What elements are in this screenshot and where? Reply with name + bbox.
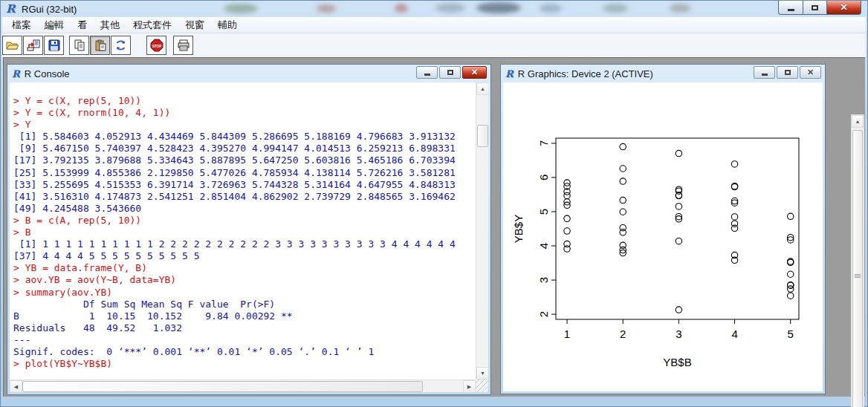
data-point <box>676 204 681 209</box>
svg-text:STOP: STOP <box>152 45 161 48</box>
console-output[interactable]: > Y = c(X, rep(5, 10))> Y = c(X, rnorm(1… <box>10 82 476 380</box>
glass-artifact <box>540 4 562 13</box>
y-tick-label: 3 <box>537 277 550 283</box>
glass-artifact <box>603 4 628 13</box>
mdi-workspace: R R Console ✕ > Y = c(X, rep(5, 10))> Y … <box>3 57 865 397</box>
data-point <box>676 238 681 244</box>
glass-artifact <box>395 4 408 13</box>
data-point <box>564 215 570 221</box>
paste-button[interactable] <box>90 36 110 55</box>
menu-help[interactable]: 輔助 <box>211 17 244 33</box>
menu-view[interactable]: 看 <box>71 17 94 33</box>
maximize-button[interactable] <box>803 1 826 15</box>
data-point <box>620 178 626 184</box>
console-caption-buttons: ✕ <box>416 66 487 79</box>
scrollbar-thumb[interactable] <box>852 130 863 407</box>
graphics-minimize-button[interactable] <box>754 66 775 79</box>
data-point <box>620 229 626 235</box>
scroll-right-button[interactable]: ▶ <box>463 380 476 392</box>
scroll-up-button[interactable]: ▲ <box>476 82 488 95</box>
data-point <box>731 221 737 227</box>
load-workspace-button[interactable] <box>23 36 43 55</box>
minimize-button[interactable] <box>778 1 803 15</box>
console-line: [1] 1 1 1 1 1 1 1 1 1 1 2 2 2 2 2 2 2 2 … <box>13 238 476 250</box>
rgui-logo-icon: R <box>6 2 15 16</box>
resize-grip[interactable] <box>476 380 488 392</box>
scrollbar-thumb[interactable] <box>22 381 423 392</box>
menu-file[interactable]: 檔案 <box>5 17 38 33</box>
data-point <box>788 286 794 292</box>
graphics-title: R Graphics: Device 2 (ACTIVE) <box>518 68 653 79</box>
glass-artifact <box>435 3 465 13</box>
stop-button[interactable]: STOP <box>146 36 166 55</box>
graphics-maximize-button[interactable] <box>777 66 798 79</box>
paste-icon <box>94 39 106 51</box>
console-maximize-button[interactable] <box>439 66 461 79</box>
data-point <box>620 166 626 172</box>
menu-misc[interactable]: 其他 <box>94 17 126 33</box>
graphics-titlebar[interactable]: R R Graphics: Device 2 (ACTIVE) ✕ <box>503 65 823 82</box>
copy-paste-button[interactable] <box>111 36 131 55</box>
glass-artifact <box>670 4 690 13</box>
x-tick-label: 2 <box>620 328 626 340</box>
caption-buttons: ✕ <box>778 1 861 15</box>
console-line: [1] 5.584603 4.052913 4.434469 5.844309 … <box>13 131 476 143</box>
rgui-window: R RGui (32-bit) ✕ 檔案編輯看其他程式套件視窗輔助 STOP R… <box>0 0 868 407</box>
data-point <box>620 197 626 203</box>
open-script-button[interactable] <box>2 36 22 55</box>
print-icon <box>177 39 190 51</box>
load-workspace-icon <box>27 39 40 51</box>
console-client[interactable]: > Y = c(X, rep(5, 10))> Y = c(X, rnorm(1… <box>10 82 488 392</box>
y-tick-label: 6 <box>537 175 550 180</box>
window-title: RGui (32-bit) <box>22 4 77 15</box>
console-line: [25] 5.153999 4.855386 2.129850 5.477026… <box>13 167 476 179</box>
menu-packages[interactable]: 程式套件 <box>126 17 178 33</box>
minimize-icon <box>424 74 430 76</box>
copy-button[interactable] <box>69 36 89 55</box>
data-point <box>564 192 570 198</box>
open-script-icon <box>6 39 19 51</box>
data-point <box>676 186 681 192</box>
maximize-icon <box>447 70 453 75</box>
data-point <box>564 180 570 186</box>
data-point <box>788 271 794 277</box>
console-line: Residuals 48 49.52 1.032 <box>13 322 476 334</box>
r-graphics-window: R R Graphics: Device 2 (ACTIVE) ✕ 123452… <box>500 64 826 394</box>
scroll-left-button[interactable]: ◀ <box>10 380 22 392</box>
scroll-up-button[interactable]: ▲ <box>852 115 864 128</box>
console-line: [17] 3.792135 3.879688 5.334643 5.887895… <box>13 154 476 166</box>
console-line: > Y = c(X, rnorm(10, 4, 1)) <box>13 107 476 119</box>
console-minimize-button[interactable] <box>416 66 438 79</box>
console-horizontal-scrollbar[interactable]: ◀ ▶ <box>10 380 476 392</box>
y-axis-label: YB$Y <box>512 215 525 243</box>
y-tick-label: 7 <box>537 140 550 146</box>
toolbar: STOP <box>2 33 866 57</box>
scroll-down-button[interactable]: ▼ <box>476 367 488 380</box>
console-line: > B <box>13 227 476 238</box>
menu-windows[interactable]: 視窗 <box>178 17 211 33</box>
console-close-button[interactable]: ✕ <box>462 66 487 79</box>
close-button[interactable]: ✕ <box>826 1 861 15</box>
console-vertical-scrollbar[interactable]: ▲ ▼ <box>476 82 488 380</box>
data-point <box>788 213 794 219</box>
save-workspace-button[interactable] <box>44 36 64 55</box>
mdi-vertical-scrollbar[interactable]: ▲ ▼ <box>851 114 864 407</box>
graphics-close-button[interactable]: ✕ <box>800 66 821 79</box>
menu-bar: 檔案編輯看其他程式套件視窗輔助 <box>2 17 866 33</box>
console-line: [37] 4 4 4 4 5 5 5 5 5 5 5 5 5 5 <box>13 250 476 262</box>
console-line: [49] 4.245488 3.543660 <box>13 203 476 215</box>
close-icon: ✕ <box>807 68 814 77</box>
data-point <box>788 282 794 288</box>
r-logo-icon: R <box>505 68 514 79</box>
glass-artifact <box>317 4 336 13</box>
data-point <box>731 161 737 167</box>
print-button[interactable] <box>173 36 193 55</box>
menu-edit[interactable]: 編輯 <box>38 17 71 33</box>
save-workspace-icon <box>48 39 60 51</box>
console-line: B 1 10.15 10.152 9.84 0.00292 ** <box>13 310 476 322</box>
scatter-plot: 12345234567YB$BYB$Y <box>503 82 823 391</box>
r-console-window: R R Console ✕ > Y = c(X, rep(5, 10))> Y … <box>7 64 491 395</box>
scrollbar-thumb[interactable] <box>477 125 488 147</box>
console-line: > plot(YB$Y~YB$B) <box>13 358 476 370</box>
console-titlebar[interactable]: R R Console ✕ <box>10 65 488 82</box>
